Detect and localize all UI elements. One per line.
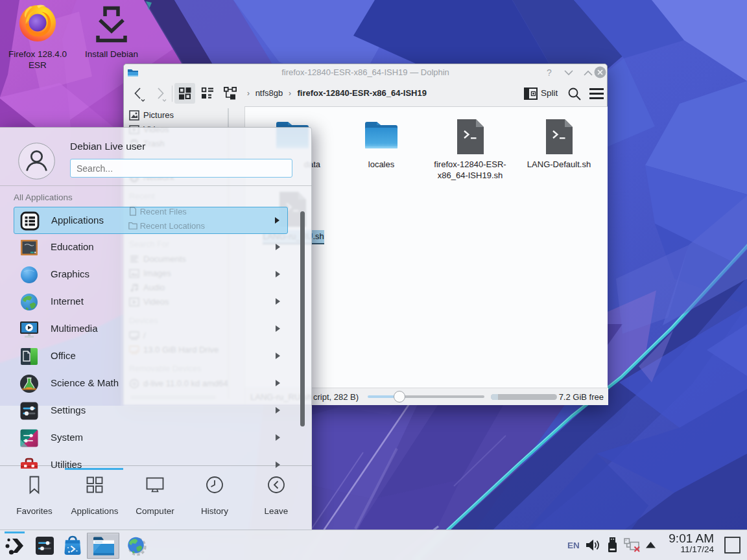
category-label: Education xyxy=(51,241,94,252)
forward-button[interactable] xyxy=(152,86,169,102)
breadcrumb-folder[interactable]: firefox-12840-ESR-x86_64-ISH19 xyxy=(298,88,427,98)
network-disconnected-icon[interactable] xyxy=(624,538,641,554)
submenu-arrow xyxy=(276,461,280,468)
close-button[interactable] xyxy=(594,66,606,78)
shell-script-icon xyxy=(455,119,486,155)
zoom-slider-handle[interactable] xyxy=(394,391,405,402)
split-button[interactable]: Split xyxy=(541,88,558,98)
utilities-category-icon xyxy=(19,455,40,469)
hamburger-menu-icon[interactable] xyxy=(589,88,604,100)
category-applications[interactable]: Recent Files Recent Locations Applicatio… xyxy=(14,207,288,234)
places-item-label: Pictures xyxy=(143,110,174,120)
taskbar-panel: EN 9:01 AM 11/17/24 xyxy=(0,530,747,560)
tray-expand-caret[interactable] xyxy=(646,542,656,548)
submenu-arrow xyxy=(276,298,280,305)
category-utilities[interactable]: Utilities xyxy=(14,452,288,469)
clock-time: 9:01 AM xyxy=(669,531,714,545)
file-firefox-script[interactable]: firefox-12840-ESR- x86_64-ISH19.sh xyxy=(428,119,512,190)
back-button[interactable] xyxy=(130,86,147,102)
category-label: Applications xyxy=(51,215,104,226)
discover-task-icon[interactable] xyxy=(62,535,83,557)
category-education[interactable]: Education xyxy=(14,234,288,261)
dolphin-task-button[interactable] xyxy=(87,533,119,559)
file-label: locales xyxy=(339,159,423,170)
launcher-active-indicator xyxy=(5,531,25,533)
footer-tab-label: History xyxy=(185,506,244,516)
category-graphics[interactable]: Graphics xyxy=(14,261,288,288)
dolphin-task-icon xyxy=(92,535,115,557)
compact-view-button[interactable] xyxy=(197,83,218,104)
desktop-label-line: ESR xyxy=(6,60,69,71)
computer-icon xyxy=(145,475,165,495)
submenu-arrow xyxy=(276,380,280,386)
category-multimedia[interactable]: Multimedia xyxy=(14,316,288,343)
desktop-screen: Firefox 128.4.0 ESR Install Debian firef… xyxy=(0,0,747,560)
breadcrumb-separator: › xyxy=(289,89,291,98)
digital-clock[interactable]: 9:01 AM 11/17/24 xyxy=(669,531,714,554)
selected-file-name-ext: .sh xyxy=(313,231,324,241)
file-label: LANG-Default.sh xyxy=(517,159,601,170)
category-system[interactable]: System xyxy=(14,425,288,452)
places-item-pictures[interactable]: Pictures xyxy=(124,108,244,122)
icons-view-button[interactable] xyxy=(174,83,195,104)
volume-icon[interactable] xyxy=(586,539,600,552)
app-launcher-button[interactable] xyxy=(5,535,25,556)
submenu-arrow xyxy=(276,353,280,359)
category-office[interactable]: Office xyxy=(14,343,288,370)
maximize-button[interactable] xyxy=(584,70,593,76)
split-icon[interactable] xyxy=(524,88,538,100)
category-label: Office xyxy=(51,350,76,361)
active-tab-indicator xyxy=(65,468,123,470)
tray-keyboard-layout[interactable]: EN xyxy=(567,541,580,550)
dolphin-titlebar[interactable]: firefox-12840-ESR-x86_64-ISH19 — Dolphin… xyxy=(124,64,607,81)
breadcrumb: › ntfs8gb › firefox-12840-ESR-x86_64-ISH… xyxy=(247,88,427,98)
education-category-icon xyxy=(19,237,40,258)
category-settings[interactable]: Settings xyxy=(14,397,288,425)
free-space-text: 7.2 GiB free xyxy=(559,392,604,402)
applications-category-icon xyxy=(19,211,40,231)
system-settings-task-icon[interactable] xyxy=(35,536,54,555)
desktop-icon-label: Firefox 128.4.0 ESR xyxy=(6,49,69,71)
applications-tab-icon xyxy=(85,475,104,495)
breadcrumb-device[interactable]: ntfs8gb xyxy=(255,88,283,98)
office-category-icon xyxy=(19,346,40,367)
footer-tab-label: Favorites xyxy=(5,506,64,516)
zoom-slider[interactable] xyxy=(368,395,484,398)
category-label: Multimedia xyxy=(51,323,98,334)
category-label: Graphics xyxy=(51,268,89,279)
file-lang-default-script[interactable]: LANG-Default.sh xyxy=(517,119,601,190)
science-category-icon xyxy=(19,373,40,394)
multimedia-category-icon xyxy=(19,319,40,340)
footer-tab-label: Computer xyxy=(125,506,185,516)
submenu-arrow xyxy=(276,407,280,414)
category-internet[interactable]: Internet xyxy=(14,288,288,316)
desktop-icon-firefox[interactable]: Firefox 128.4.0 ESR xyxy=(6,1,69,74)
category-label: Science & Math xyxy=(51,377,119,388)
folder-icon xyxy=(363,119,399,151)
internet-category-icon xyxy=(19,292,40,312)
desktop-icon-label: Install Debian xyxy=(80,49,143,60)
globe-task-icon[interactable] xyxy=(126,535,147,556)
history-icon xyxy=(205,475,224,495)
submenu-arrow xyxy=(276,434,280,441)
usb-device-icon[interactable] xyxy=(607,537,618,554)
application-launcher-menu: Debian Live user All Applications Recent… xyxy=(0,127,312,530)
zoom-slider-empty-track xyxy=(404,395,484,398)
minimize-button[interactable] xyxy=(564,70,573,76)
category-label: Internet xyxy=(51,296,84,307)
category-science[interactable]: Science & Math xyxy=(14,370,288,397)
file-label-line: x86_64-ISH19.sh xyxy=(428,170,512,181)
submenu-arrow xyxy=(275,217,279,224)
search-icon[interactable] xyxy=(567,87,582,101)
help-button[interactable]: ? xyxy=(543,66,556,79)
dolphin-toolbar: › ntfs8gb › firefox-12840-ESR-x86_64-ISH… xyxy=(124,81,607,106)
details-view-button[interactable] xyxy=(220,83,241,104)
footer-tab-label: Leave xyxy=(246,506,306,516)
breadcrumb-separator: › xyxy=(247,89,250,98)
free-space-used-segment xyxy=(491,394,498,400)
file-label-line: firefox-12840-ESR- xyxy=(428,159,512,170)
submenu-arrow xyxy=(276,244,280,250)
file-locales-folder[interactable]: locales xyxy=(339,119,423,190)
show-desktop-button[interactable] xyxy=(724,537,741,554)
submenu-arrow xyxy=(276,271,280,277)
